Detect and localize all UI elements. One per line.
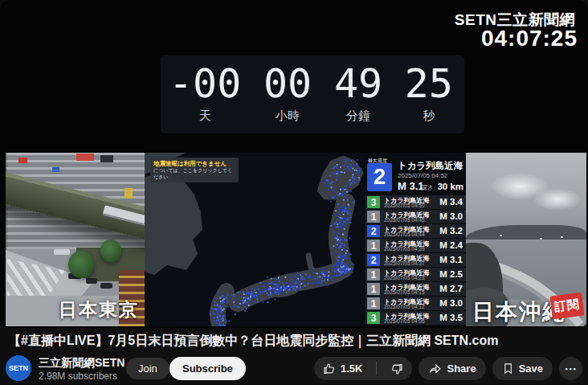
earthquake-map: 地震速報は利用できません については、ここをクリックしてください 最大震度 2 … <box>145 153 466 326</box>
earthquake-row: 1トカラ列島近海2025/07/05 04:15M 2.7 <box>365 282 466 296</box>
quake-magnitude: M 2.4 <box>439 240 463 250</box>
quake-magnitude: M 3.0 <box>439 211 463 221</box>
featured-earthquake: 最大震度 2 トカラ列島近海 2025/07/05 04:52 M 3.1 深さ… <box>365 157 466 195</box>
more-button[interactable]: ⋯ <box>559 357 582 380</box>
channel-name[interactable]: 三立新聞網SETN✓ <box>39 356 135 371</box>
quake-depth: 深さ: 30 km <box>421 182 463 192</box>
quake-magnitude: M 3.5 <box>439 313 463 322</box>
intensity-badge: 1 <box>367 211 380 223</box>
channel-row: SETN 三立新聞網SETN✓ 2.98M subscribers Join S… <box>6 354 582 385</box>
countdown-hours: 00 小時 <box>263 60 312 133</box>
landmass-korea <box>145 172 202 275</box>
quake-magnitude: M 2.5 <box>439 269 463 279</box>
join-button[interactable]: Join <box>126 358 169 379</box>
train <box>103 205 145 233</box>
quake-magnitude: M 3.2 <box>439 226 463 236</box>
quake-datetime: 2025/07/05 04:23 <box>384 275 425 281</box>
okinawa-camera-feed: 2025-07-05 05:07:20 日本沖繩 訂閱 <box>466 153 586 326</box>
earthquake-row: 1トカラ列島近海2025/07/05 04:45M 3.0 <box>365 210 466 223</box>
tree <box>100 240 121 262</box>
share-icon <box>428 362 442 375</box>
earthquake-row: 1トカラ列島近海2025/07/05 04:39M 2.4 <box>365 239 466 252</box>
car <box>86 278 97 284</box>
bookmark-icon <box>502 362 514 375</box>
tokyo-camera-feed: 日本東京 <box>6 153 145 326</box>
intensity-badge: 1 <box>367 240 380 252</box>
quake-datetime: 2025/07/05 04:12 <box>384 304 425 309</box>
like-dislike-group: 1.5K <box>314 357 412 380</box>
quake-datetime: 2025/07/05 04:50 <box>384 203 425 208</box>
dislike-button[interactable] <box>382 357 412 380</box>
intensity-badge: 2 <box>367 225 380 237</box>
earthquake-row: 2トカラ列島近海2025/07/05 04:37M 3.1 <box>365 253 466 267</box>
quake-magnitude: M 2.7 <box>439 284 463 293</box>
tooltip-line2: については、ここをクリックしてください <box>153 167 235 180</box>
sign <box>52 167 59 172</box>
intensity-badge: 1 <box>367 297 380 309</box>
intensity-badge: 1 <box>367 268 380 281</box>
quake-datetime: 2025/07/05 04:45 <box>384 217 425 223</box>
countdown-days: -00 天 <box>169 60 241 133</box>
quake-datetime: 2025/07/05 04:52 <box>398 172 447 179</box>
subscribe-stamp: 訂閱 <box>549 293 584 320</box>
earthquake-row: 1トカラ列島近海2025/07/05 04:23M 2.5 <box>365 268 466 281</box>
channel-avatar[interactable]: SETN <box>6 355 31 381</box>
earthquake-row: 2トカラ列島近海2025/07/05 04:44M 3.2 <box>365 224 466 238</box>
earthquake-row: 3トカラ列島近海2025/07/05 04:06M 3.5 <box>365 311 466 325</box>
subscriber-count: 2.98M subscribers <box>39 371 117 382</box>
car <box>100 283 112 289</box>
intensity-badge: 1 <box>367 283 380 295</box>
sign <box>100 155 113 162</box>
quake-datetime: 2025/07/05 04:06 <box>384 318 425 324</box>
landmass-noto <box>308 256 312 272</box>
earthquake-row: 3トカラ列島近海2025/07/05 04:50M 3.4 <box>365 195 466 209</box>
quake-magnitude: M 3.1 <box>398 180 424 192</box>
countdown-seconds: 25 秒 <box>405 60 453 133</box>
quake-magnitude: M 3.0 <box>439 298 463 308</box>
quake-datetime: 2025/07/05 04:44 <box>384 231 425 237</box>
tree <box>68 251 94 278</box>
intensity-badge: 2 <box>367 254 380 266</box>
share-button[interactable]: Share <box>419 357 485 380</box>
video-actions: 1.5K Share Save ⋯ <box>314 357 582 380</box>
earthquake-list: 最大震度 2 トカラ列島近海 2025/07/05 04:52 M 3.1 深さ… <box>365 157 466 326</box>
video-player[interactable]: SETN三立新聞網 04:07:25 -00 天 00 小時 49 分鐘 25 … <box>0 0 588 328</box>
eew-unavailable-tooltip: 地震速報は利用できません については、ここをクリックしてください <box>150 158 239 182</box>
earthquake-rows: 3トカラ列島近海2025/07/05 04:50M 3.41トカラ列島近海202… <box>365 195 466 325</box>
van <box>54 249 70 255</box>
thumbs-up-icon <box>323 362 336 375</box>
thumbs-down-icon <box>390 362 403 375</box>
quake-datetime: 2025/07/05 04:15 <box>384 289 425 295</box>
tooltip-line1: 地震速報は利用できません <box>153 160 235 167</box>
countdown-minutes: 49 分鐘 <box>334 60 382 133</box>
divider <box>376 362 377 375</box>
intensity-badge: 3 <box>367 312 380 324</box>
camera-timestamp: 2025-07-05 05:07:20 <box>471 157 538 164</box>
quake-datetime: 2025/07/05 04:37 <box>384 260 425 266</box>
video-title: 【#直播中LIVE】7月5日末日預言倒數中？台日地震同步監控｜三立新聞網 SET… <box>8 333 580 350</box>
intensity-badge: 2 <box>367 163 392 191</box>
sign <box>18 158 27 163</box>
earthquake-row: 1トカラ列島近海2025/07/05 04:12M 3.0 <box>365 297 466 310</box>
clock-overlay: 04:07:25 <box>481 26 578 51</box>
countdown-panel: -00 天 00 小時 49 分鐘 25 秒 <box>161 55 464 133</box>
quake-place: トカラ列島近海 <box>398 160 463 172</box>
quake-datetime: 2025/07/05 04:39 <box>384 246 425 252</box>
subscribe-button[interactable]: Subscribe <box>169 357 246 380</box>
tokyo-camera-label: 日本東京 <box>59 297 139 322</box>
quake-magnitude: M 3.4 <box>439 197 463 207</box>
like-count: 1.5K <box>341 362 362 375</box>
like-button[interactable]: 1.5K <box>314 357 371 380</box>
sign <box>125 188 133 199</box>
quake-magnitude: M 3.1 <box>439 255 463 264</box>
sign <box>76 154 94 161</box>
save-button[interactable]: Save <box>492 357 553 380</box>
intensity-badge: 3 <box>367 196 380 208</box>
